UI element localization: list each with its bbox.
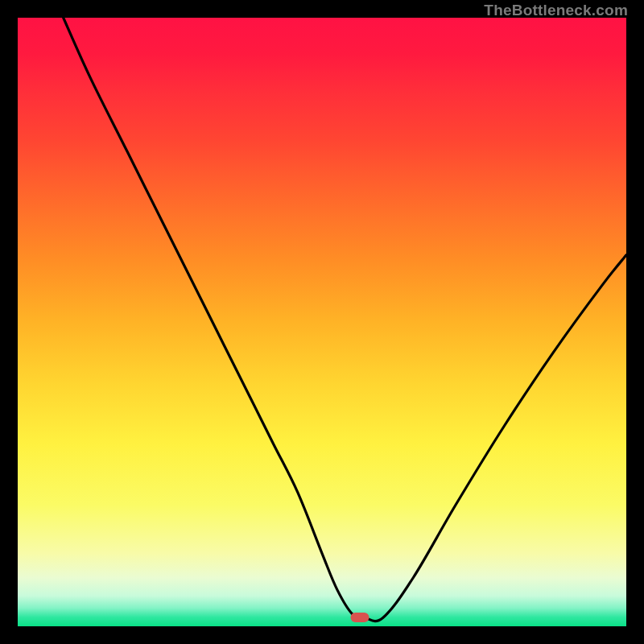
watermark-text: TheBottleneck.com (484, 2, 628, 19)
chart-frame: TheBottleneck.com (0, 0, 644, 644)
curve-path (64, 18, 626, 621)
bottleneck-curve (18, 18, 626, 626)
plot-area (18, 18, 626, 626)
optimal-point-marker (350, 613, 369, 622)
